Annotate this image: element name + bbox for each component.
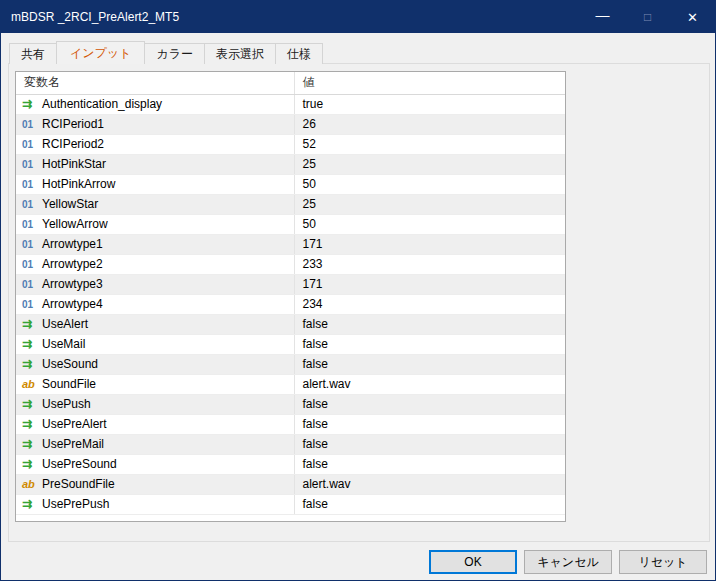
cancel-button[interactable]: キャンセル (524, 550, 612, 574)
minimize-icon[interactable]: — (580, 1, 625, 33)
param-row[interactable]: ⇉Authentication_displaytrue (16, 94, 565, 114)
param-value[interactable]: false (294, 434, 565, 454)
param-value[interactable]: false (294, 334, 565, 354)
param-name: RCIPeriod1 (42, 117, 104, 131)
param-name: PreSoundFile (42, 477, 115, 491)
window-title: mBDSR _2RCI_PreAlert2_MT5 (11, 10, 580, 24)
param-value[interactable]: 233 (294, 254, 565, 274)
parameter-table[interactable]: 変数名 値 ⇉Authentication_displaytrue01RCIPe… (15, 71, 566, 522)
param-value[interactable]: 50 (294, 174, 565, 194)
param-name: UsePreMail (42, 437, 104, 451)
param-name: UsePreSound (42, 457, 117, 471)
param-row[interactable]: ⇉UseAlertfalse (16, 314, 565, 334)
param-name: Arrowtype2 (42, 257, 103, 271)
reset-button[interactable]: リセット (619, 550, 707, 574)
param-row[interactable]: 01RCIPeriod252 (16, 134, 565, 154)
bool-param-icon: ⇉ (22, 317, 42, 331)
param-row[interactable]: abSoundFilealert.wav (16, 374, 565, 394)
param-value[interactable]: false (294, 414, 565, 434)
int-param-icon: 01 (22, 159, 42, 170)
param-name: Arrowtype4 (42, 297, 103, 311)
int-param-icon: 01 (22, 259, 42, 270)
param-name: UseSound (42, 357, 98, 371)
param-value[interactable]: alert.wav (294, 474, 565, 494)
param-value[interactable]: 52 (294, 134, 565, 154)
ok-button[interactable]: OK (429, 550, 517, 574)
param-row[interactable]: 01HotPinkArrow50 (16, 174, 565, 194)
param-row[interactable]: ⇉UseSoundfalse (16, 354, 565, 374)
maximize-icon: □ (625, 1, 670, 33)
param-value[interactable]: false (294, 494, 565, 514)
bool-param-icon: ⇉ (22, 457, 42, 471)
param-row[interactable]: ⇉UsePreMailfalse (16, 434, 565, 454)
param-name: YellowStar (42, 197, 98, 211)
int-param-icon: 01 (22, 279, 42, 290)
param-name: UseMail (42, 337, 85, 351)
int-param-icon: 01 (22, 119, 42, 130)
param-value[interactable]: 234 (294, 294, 565, 314)
param-row[interactable]: ⇉UsePushfalse (16, 394, 565, 414)
param-value[interactable]: false (294, 454, 565, 474)
param-name: Arrowtype3 (42, 277, 103, 291)
tab-common[interactable]: 共有 (9, 43, 57, 64)
param-name: HotPinkStar (42, 157, 106, 171)
column-header-value[interactable]: 値 (294, 72, 565, 94)
param-name: YellowArrow (42, 217, 108, 231)
param-value[interactable]: 25 (294, 154, 565, 174)
param-name: UsePrePush (42, 497, 109, 511)
param-table-body: ⇉Authentication_displaytrue01RCIPeriod12… (16, 94, 565, 514)
param-row[interactable]: 01HotPinkStar25 (16, 154, 565, 174)
tab-specification[interactable]: 仕様 (275, 43, 323, 64)
param-row[interactable]: ⇉UsePreSoundfalse (16, 454, 565, 474)
param-name: Authentication_display (42, 97, 162, 111)
param-value[interactable]: 171 (294, 274, 565, 294)
bool-param-icon: ⇉ (22, 97, 42, 111)
param-value[interactable]: false (294, 314, 565, 334)
int-param-icon: 01 (22, 239, 42, 250)
param-row[interactable]: ⇉UsePrePushfalse (16, 494, 565, 514)
param-row[interactable]: ⇉UsePreAlertfalse (16, 414, 565, 434)
table-header-row: 変数名 値 (16, 72, 565, 94)
param-value[interactable]: 26 (294, 114, 565, 134)
param-name: Arrowtype1 (42, 237, 103, 251)
param-row[interactable]: 01Arrowtype3171 (16, 274, 565, 294)
param-row[interactable]: 01Arrowtype2233 (16, 254, 565, 274)
param-value[interactable]: false (294, 354, 565, 374)
param-row[interactable]: 01Arrowtype1171 (16, 234, 565, 254)
param-value[interactable]: 50 (294, 214, 565, 234)
param-value[interactable]: true (294, 94, 565, 114)
param-name: UsePush (42, 397, 91, 411)
bool-param-icon: ⇉ (22, 357, 42, 371)
tab-inputs[interactable]: インプット (56, 41, 145, 64)
int-param-icon: 01 (22, 219, 42, 230)
bool-param-icon: ⇉ (22, 337, 42, 351)
param-name: SoundFile (42, 377, 96, 391)
int-param-icon: 01 (22, 299, 42, 310)
param-name: UseAlert (42, 317, 88, 331)
param-name: UsePreAlert (42, 417, 107, 431)
param-value[interactable]: alert.wav (294, 374, 565, 394)
param-row[interactable]: abPreSoundFilealert.wav (16, 474, 565, 494)
string-param-icon: ab (22, 378, 42, 390)
param-row[interactable]: 01Arrowtype4234 (16, 294, 565, 314)
int-param-icon: 01 (22, 139, 42, 150)
titlebar[interactable]: mBDSR _2RCI_PreAlert2_MT5 — □ ✕ (1, 1, 715, 33)
int-param-icon: 01 (22, 199, 42, 210)
bool-param-icon: ⇉ (22, 497, 42, 511)
tab-visualization[interactable]: 表示選択 (204, 43, 276, 64)
bool-param-icon: ⇉ (22, 417, 42, 431)
param-name: HotPinkArrow (42, 177, 115, 191)
param-row[interactable]: 01YellowArrow50 (16, 214, 565, 234)
tab-colors[interactable]: カラー (144, 43, 205, 64)
param-row[interactable]: ⇉UseMailfalse (16, 334, 565, 354)
param-row[interactable]: 01RCIPeriod126 (16, 114, 565, 134)
column-header-name[interactable]: 変数名 (16, 72, 294, 94)
param-value[interactable]: false (294, 394, 565, 414)
param-value[interactable]: 25 (294, 194, 565, 214)
param-row[interactable]: 01YellowStar25 (16, 194, 565, 214)
close-icon[interactable]: ✕ (670, 1, 715, 33)
param-value[interactable]: 171 (294, 234, 565, 254)
window-controls: — □ ✕ (580, 1, 715, 33)
bool-param-icon: ⇉ (22, 397, 42, 411)
bool-param-icon: ⇉ (22, 437, 42, 451)
